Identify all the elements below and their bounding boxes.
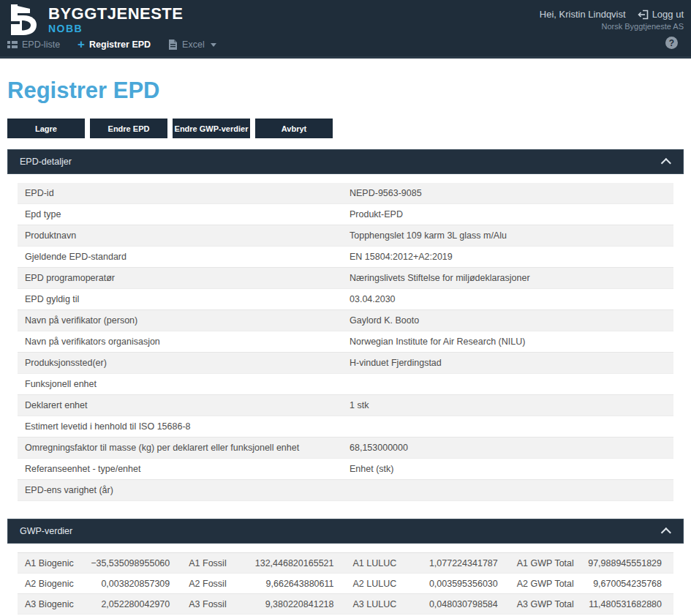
table-row: A1 Biogenic−35,535098955060 A1 Fossil132…: [18, 553, 673, 574]
plus-icon: +: [78, 40, 85, 50]
table-row: EPD-idNEPD-9563-9085: [18, 183, 673, 204]
caret-down-icon: [211, 43, 216, 47]
gwp-value: 97,988945551829: [583, 558, 673, 568]
user-greeting: Hei, Kristin Lindqvist: [540, 9, 626, 20]
gwp-value: 9,380220841218: [254, 599, 345, 609]
table-row: Referanseenhet - type/enhetEnhet (stk): [18, 459, 673, 480]
table-row: ProduktnavnTopphengslet 109 karm 3L glas…: [18, 225, 673, 247]
page-title: Registrer EPD: [7, 78, 684, 104]
field-label: EPD-ens varighet (år): [18, 485, 342, 495]
save-button[interactable]: Lagre: [7, 119, 85, 138]
chevron-up-icon[interactable]: [661, 527, 671, 538]
field-label: Navn på verifikators organisasjon: [18, 337, 342, 347]
brand-subtitle: NOBB: [48, 23, 183, 34]
gwp-label: A3 LULUC: [346, 599, 419, 609]
gwp-label: A1 GWP Total: [510, 558, 583, 568]
section-header-gwp-verdier[interactable]: GWP-verdier: [7, 519, 684, 544]
table-row: Epd typeProdukt-EPD: [18, 204, 673, 225]
brand-name: BYGGTJENESTE: [48, 5, 183, 23]
gwp-label: A1 Fossil: [181, 558, 254, 568]
logout-icon: [638, 10, 649, 20]
table-row: Funksjonell enhet: [18, 374, 673, 395]
gwp-label: A3 GWP Total: [510, 599, 583, 609]
gwp-value: 1,077224341787: [419, 558, 510, 568]
gwp-label: A3 Biogenic: [18, 599, 91, 609]
field-value: Gaylord K. Booto: [342, 315, 673, 326]
gwp-value: 2,052280042970: [91, 599, 181, 609]
gwp-value: 0,003595356030: [419, 579, 510, 589]
field-label: Epd type: [18, 209, 342, 219]
epd-details-list: EPD-idNEPD-9563-9085 Epd typeProdukt-EPD…: [18, 183, 673, 501]
table-row: EPD-ens varighet (år): [18, 480, 673, 501]
gwp-table: A1 Biogenic−35,535098955060 A1 Fossil132…: [18, 552, 673, 615]
edit-epd-button[interactable]: Endre EPD: [90, 119, 167, 138]
nav-label: Excel: [182, 40, 205, 50]
nobb-logo: [7, 4, 41, 36]
gwp-value: 0,048030798584: [419, 599, 510, 609]
table-row: A2 Biogenic0,003820857309 A2 Fossil9,662…: [18, 574, 673, 594]
help-button[interactable]: ?: [665, 37, 678, 49]
gwp-value: 9,670054235768: [583, 579, 673, 589]
field-value: 68,153000000: [342, 443, 673, 453]
field-label: EPD gyldig til: [18, 294, 342, 304]
field-label: Funksjonell enhet: [18, 379, 342, 389]
chevron-up-icon[interactable]: [661, 158, 671, 168]
gwp-label: A1 LULUC: [346, 558, 419, 568]
field-label: Omregningsfaktor til masse (kg) per dekl…: [18, 443, 342, 453]
table-row: EPD gyldig til03.04.2030: [18, 289, 673, 310]
main-nav: EPD-liste + Registrer EPD Excel ?: [7, 34, 684, 55]
gwp-value: −35,535098955060: [91, 558, 181, 568]
nav-item-epd-liste[interactable]: EPD-liste: [7, 40, 60, 50]
table-row: EPD programoperatørNæringslivets Stiftel…: [18, 268, 673, 289]
gwp-value: 11,480531682880: [583, 599, 673, 609]
epd-details-section: EPD-detaljer EPD-idNEPD-9563-9085 Epd ty…: [7, 149, 684, 501]
excel-file-icon: [168, 40, 178, 50]
gwp-value: 132,446820165521: [254, 558, 345, 568]
field-value: Næringslivets Stiftelse for miljødeklara…: [342, 273, 673, 283]
gwp-label: A2 GWP Total: [510, 579, 583, 589]
field-label: Produksjonssted(er): [18, 358, 342, 368]
field-label: Navn på verifikator (person): [18, 315, 342, 326]
field-value: 03.04.2030: [342, 294, 673, 304]
section-title: EPD-detaljer: [20, 157, 72, 167]
field-value: Produkt-EPD: [342, 209, 673, 219]
edit-gwp-button[interactable]: Endre GWP-verdier: [173, 119, 250, 138]
main-content: Registrer EPD Lagre Endre EPD Endre GWP-…: [0, 78, 691, 615]
field-label: Produktnavn: [18, 230, 342, 241]
gwp-label: A1 Biogenic: [18, 558, 91, 568]
logout-label: Logg ut: [652, 9, 684, 20]
gwp-value: 9,662643880611: [254, 579, 345, 589]
toolbar: Lagre Endre EPD Endre GWP-verdier Avbryt: [7, 119, 684, 138]
field-value: Enhet (stk): [342, 464, 673, 474]
field-label: Referanseenhet - type/enhet: [18, 464, 342, 474]
nav-item-registrer-epd[interactable]: + Registrer EPD: [78, 40, 151, 50]
table-row: Navn på verifikators organisasjonNorwegi…: [18, 331, 673, 353]
table-row: Gjeldende EPD-standardEN 15804:2012+A2:2…: [18, 247, 673, 268]
field-label: Gjeldende EPD-standard: [18, 252, 342, 262]
field-value: H-vinduet Fjerdingstad: [342, 358, 673, 368]
gwp-label: A2 LULUC: [346, 579, 419, 589]
cancel-button[interactable]: Avbryt: [255, 119, 333, 138]
list-icon: [7, 40, 18, 49]
field-label: Deklarert enhet: [18, 400, 342, 410]
nav-label: Registrer EPD: [89, 40, 151, 50]
field-value: EN 15804:2012+A2:2019: [342, 252, 673, 262]
section-title: GWP-verdier: [20, 526, 72, 536]
table-row: A3 Biogenic2,052280042970 A3 Fossil9,380…: [18, 594, 673, 615]
field-value: 1 stk: [342, 400, 673, 410]
gwp-section: GWP-verdier A1 Biogenic−35,535098955060 …: [7, 519, 684, 615]
nav-label: EPD-liste: [22, 40, 60, 50]
nav-item-excel[interactable]: Excel: [168, 40, 216, 50]
field-value: Topphengslet 109 karm 3L glass m/Alu: [342, 230, 673, 241]
section-header-epd-detaljer[interactable]: EPD-detaljer: [7, 149, 684, 174]
gwp-label: A2 Fossil: [181, 579, 254, 589]
table-row: Produksjonssted(er)H-vinduet Fjerdingsta…: [18, 353, 673, 374]
gwp-value: 0,003820857309: [91, 579, 181, 589]
field-label: Estimert levetid i henhold til ISO 15686…: [18, 421, 342, 432]
field-label: EPD programoperatør: [18, 273, 342, 283]
brand: BYGGTJENESTE NOBB: [7, 4, 183, 36]
table-row: Omregningsfaktor til masse (kg) per dekl…: [18, 437, 673, 459]
app-header: BYGGTJENESTE NOBB Hei, Kristin Lindqvist…: [0, 0, 691, 59]
table-row: Deklarert enhet1 stk: [18, 395, 673, 416]
logout-button[interactable]: Logg ut: [638, 9, 684, 20]
